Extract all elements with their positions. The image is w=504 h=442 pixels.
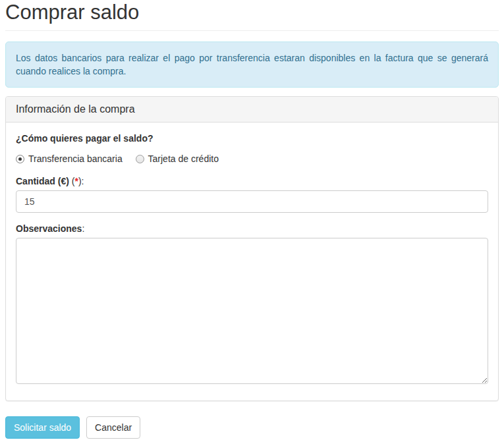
- title-divider: [5, 30, 499, 31]
- purchase-info-panel: Información de la compra ¿Cómo quieres p…: [5, 96, 499, 401]
- payment-method-question-label: ¿Cómo quieres pagar el saldo?: [16, 132, 488, 144]
- cancelar-button[interactable]: Cancelar: [86, 416, 140, 439]
- panel-header: Información de la compra: [6, 97, 498, 123]
- amount-label-text: Cantidad (€): [16, 176, 69, 186]
- amount-input[interactable]: [16, 190, 488, 213]
- radio-label-transferencia: Transferencia bancaria: [28, 152, 123, 165]
- amount-required-marker: (*):: [69, 176, 84, 186]
- amount-label-colon: :: [82, 176, 84, 186]
- info-alert-text: Los datos bancarios para realizar el pag…: [16, 53, 488, 76]
- observations-label-text: Observaciones: [16, 223, 82, 234]
- panel-body: ¿Cómo quieres pagar el saldo? Transferen…: [6, 123, 498, 401]
- amount-label: Cantidad (€) (*):: [16, 175, 488, 187]
- observations-label: Observaciones:: [16, 223, 488, 235]
- radio-option-tarjeta-credito[interactable]: Tarjeta de crédito: [136, 152, 219, 165]
- payment-method-radio-group: Transferencia bancaria Tarjeta de crédit…: [16, 152, 488, 165]
- observations-label-colon: :: [82, 223, 84, 234]
- radio-label-tarjeta: Tarjeta de crédito: [148, 152, 219, 165]
- page-title: Comprar saldo: [5, 1, 499, 23]
- radio-button-transferencia-icon[interactable]: [16, 155, 24, 163]
- observations-textarea[interactable]: [16, 238, 488, 384]
- info-alert: Los datos bancarios para realizar el pag…: [5, 41, 499, 88]
- panel-title: Información de la compra: [16, 103, 135, 115]
- page-container: Comprar saldo Los datos bancarios para r…: [0, 1, 504, 441]
- radio-button-tarjeta-icon[interactable]: [136, 155, 144, 163]
- amount-form-group: Cantidad (€) (*):: [16, 175, 488, 213]
- solicitar-saldo-button[interactable]: Solicitar saldo: [5, 416, 80, 439]
- observations-form-group: Observaciones:: [16, 223, 488, 384]
- radio-option-transferencia-bancaria[interactable]: Transferencia bancaria: [16, 152, 123, 165]
- form-actions: Solicitar saldo Cancelar: [5, 416, 499, 439]
